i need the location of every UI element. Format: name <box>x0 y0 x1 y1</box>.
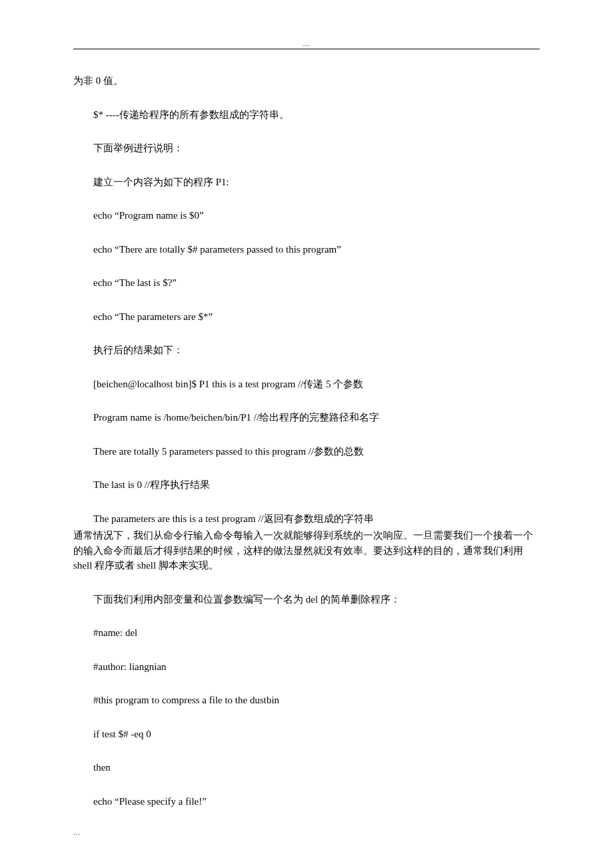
text-line: 建立一个内容为如下的程序 P1: <box>73 175 540 190</box>
text-line: 执行后的结果如下： <box>73 343 540 358</box>
code-line: #this program to compress a file to the … <box>73 693 540 708</box>
output-line: The parameters are this is a test progra… <box>73 511 540 527</box>
output-line: Program name is /home/beichen/bin/P1 //给… <box>73 410 540 425</box>
output-line: The last is 0 //程序执行结果 <box>73 477 540 493</box>
code-line: #author: liangnian <box>73 659 540 675</box>
header-ellipsis: ... <box>73 40 540 47</box>
output-line: [beichen@localhost bin]$ P1 this is a te… <box>73 377 540 392</box>
text-line: $* ----传递给程序的所有参数组成的字符串。 <box>73 107 540 123</box>
footer-ellipsis: ... <box>73 829 540 836</box>
code-line: echo “Program name is $0” <box>73 208 540 223</box>
code-line: echo “There are totally $# parameters pa… <box>73 242 540 257</box>
text-line: 下面举例进行说明： <box>73 141 540 156</box>
document-page: ... 为非 0 值。 $* ----传递给程序的所有参数组成的字符串。 下面举… <box>0 0 613 863</box>
page-header: ... <box>73 40 540 53</box>
code-line: echo “Please specify a file!” <box>73 794 540 809</box>
text-line: 为非 0 值。 <box>73 73 540 89</box>
code-line: echo “The last is $?” <box>73 275 540 291</box>
paragraph-text: 通常情况下，我们从命令行输入命令每输入一次就能够得到系统的一次响应。一旦需要我们… <box>73 528 540 573</box>
header-rule <box>73 49 540 49</box>
code-line: if test $# -eq 0 <box>73 727 540 742</box>
paragraph-block: The parameters are this is a test progra… <box>73 511 540 573</box>
code-line: then <box>73 760 540 775</box>
text-line: 下面我们利用内部变量和位置参数编写一个名为 del 的简单删除程序： <box>73 592 540 607</box>
document-body: 为非 0 值。 $* ----传递给程序的所有参数组成的字符串。 下面举例进行说… <box>73 73 540 809</box>
output-line: There are totally 5 parameters passed to… <box>73 444 540 459</box>
code-line: #name: del <box>73 625 540 641</box>
code-line: echo “The parameters are $*” <box>73 309 540 325</box>
